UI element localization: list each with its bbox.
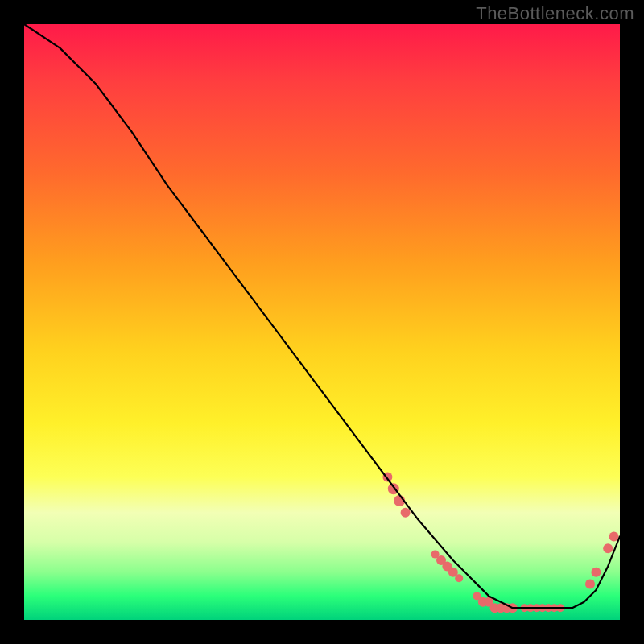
chart-markers [382,472,618,613]
chart-svg [24,24,620,620]
chart-marker [401,508,411,518]
chart-marker [591,568,601,577]
chart-curve [24,24,620,608]
chart-marker [603,543,613,553]
chart-marker [609,531,619,541]
chart-stage: TheBottleneck.com [0,0,644,644]
chart-marker [455,574,463,582]
chart-plot-area [24,24,620,620]
watermark-text: TheBottleneck.com [476,3,634,24]
chart-marker [585,580,595,589]
